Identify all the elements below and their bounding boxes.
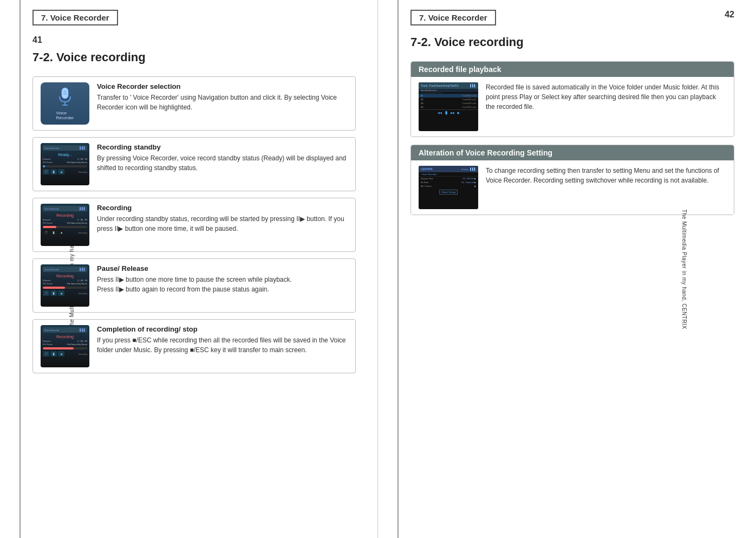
device-mock-pause: Voice Recorder ▌▌▌ Recording Elapsed0 : … bbox=[41, 264, 89, 307]
section2-description: To change recording setting then transfe… bbox=[486, 166, 726, 185]
left-page-number: 41 bbox=[32, 35, 356, 45]
card-recording: Voice Recorder ▌▌▌ Recording Elapsed0 : … bbox=[32, 198, 356, 252]
section-alteration: Alteration of Voice Recording Setting CE… bbox=[410, 145, 734, 215]
device-list-mock: Track: TrackNameSongTitle001 ▌▌▌ Artist:… bbox=[419, 82, 478, 131]
right-vertical-line bbox=[397, 0, 399, 538]
card-voice-recorder-selection: VoiceRecorder Voice Recorder selection T… bbox=[32, 76, 356, 131]
card3-title: Recording bbox=[97, 204, 348, 212]
card1-title: Voice Recorder selection bbox=[97, 82, 348, 90]
card2-body: By pressing Voice Recorder, voice record… bbox=[97, 153, 348, 173]
section1-header: Recorded file playback bbox=[411, 62, 734, 77]
left-page: The Multimedia Player in my hand, CENTRI… bbox=[0, 0, 378, 538]
right-page: The Multimedia Player in my hand, CENTRI… bbox=[378, 0, 756, 538]
card4-title: Pause/ Release bbox=[97, 264, 348, 273]
card5-text: Completion of recording/ stop If you pre… bbox=[97, 325, 348, 355]
section1-text: Recorded file is saved automatically in … bbox=[486, 82, 726, 112]
section1-body: Track: TrackNameSongTitle001 ▌▌▌ Artist:… bbox=[411, 77, 734, 137]
device-settings-mock: CENTRIX Setting ▌▌▌ • Voice Recorder Sam… bbox=[419, 166, 478, 209]
section2-text: To change recording setting then transfe… bbox=[486, 166, 726, 185]
card3-body: Under recording standby status, recordin… bbox=[97, 214, 348, 234]
left-chapter-box: 7. Voice Recorder bbox=[32, 10, 118, 25]
right-section-heading: 7-2. Voice recording bbox=[410, 35, 734, 49]
card3-text: Recording Under recording standby status… bbox=[97, 204, 348, 234]
card1-body: Transfer to ' Voice Recorder' using Navi… bbox=[97, 93, 348, 112]
card5-title: Completion of recording/ stop bbox=[97, 325, 348, 333]
card1-text: Voice Recorder selection Transfer to ' V… bbox=[97, 82, 348, 112]
card-recording-standby: Voice Recorder ▌▌▌ Ready... Elapsed0 : 0… bbox=[32, 137, 356, 191]
card4-body: Press II▶ button one more time to pause … bbox=[97, 275, 348, 294]
card4-text: Pause/ Release Press II▶ button one more… bbox=[97, 264, 348, 294]
voice-icon-label: VoiceRecorder bbox=[56, 111, 74, 120]
card2-text: Recording standby By pressing Voice Reco… bbox=[97, 143, 348, 173]
card5-body: If you press ■/ESC while recording then … bbox=[97, 335, 348, 355]
section2-body: CENTRIX Setting ▌▌▌ • Voice Recorder Sam… bbox=[411, 160, 734, 215]
right-sidebar-text: The Multimedia Player in my hand, CENTRI… bbox=[681, 209, 687, 329]
right-chapter-box: 7. Voice Recorder bbox=[410, 10, 496, 25]
device-mock-standby: Voice Recorder ▌▌▌ Ready... Elapsed0 : 0… bbox=[41, 143, 89, 185]
card2-title: Recording standby bbox=[97, 143, 348, 151]
device-mock-completion: Voice Recorder ▌▌▌ Recording Elapsed0 : … bbox=[41, 325, 89, 367]
section2-header: Alteration of Voice Recording Setting bbox=[411, 145, 734, 160]
device-mock-recording: Voice Recorder ▌▌▌ Recording Elapsed0 : … bbox=[41, 204, 89, 246]
voice-recorder-icon: VoiceRecorder bbox=[41, 82, 89, 125]
left-vertical-line bbox=[19, 0, 21, 538]
card-pause-release: Voice Recorder ▌▌▌ Recording Elapsed0 : … bbox=[32, 258, 356, 313]
card-completion: Voice Recorder ▌▌▌ Recording Elapsed0 : … bbox=[32, 319, 356, 373]
section1-description: Recorded file is saved automatically in … bbox=[486, 82, 726, 112]
section-recorded-playback: Recorded file playback Track: TrackNameS… bbox=[410, 61, 734, 137]
svg-rect-0 bbox=[62, 88, 68, 99]
right-page-number: 42 bbox=[725, 10, 734, 20]
left-section-heading: 7-2. Voice recording bbox=[32, 50, 356, 64]
